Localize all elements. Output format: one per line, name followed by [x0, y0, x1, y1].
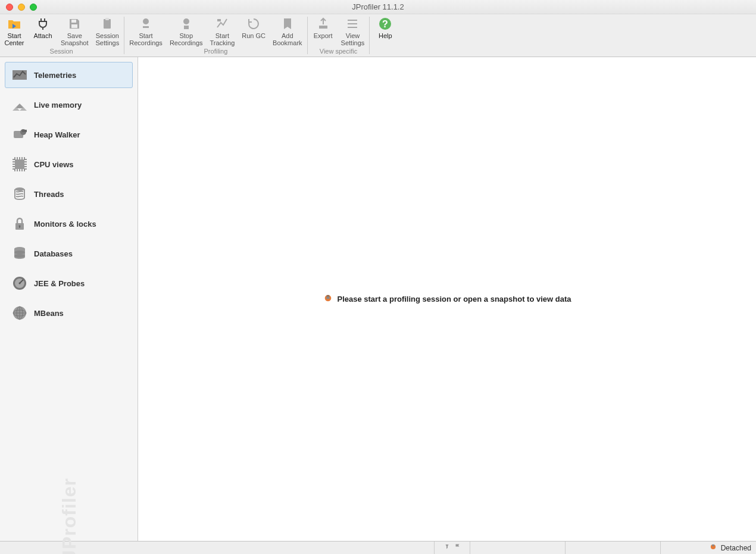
folder-play-icon [7, 17, 21, 31]
toolbar-group-view-specific: ExportView SettingsView specific [309, 14, 368, 57]
toolbar-group-profiling: Start RecordingsStop RecordingsStart Tra… [126, 14, 305, 57]
window-title: JProfiler 11.1.2 [0, 2, 756, 11]
start-center-button[interactable]: Start Center [0, 14, 29, 46]
attach-button[interactable]: Attach [29, 14, 57, 46]
toolbar-group-label: Session [0, 46, 123, 57]
sidebar-item-label: Monitors & locks [34, 220, 96, 229]
sidebar-item-heap-walker[interactable]: Heap Walker [5, 121, 133, 148]
lock-icon [11, 215, 28, 232]
start-recordings-button: Start Recordings [126, 14, 166, 46]
svg-rect-3 [105, 18, 109, 20]
empty-state-message: Please start a profiling session or open… [323, 293, 571, 305]
sidebar-brand: JProfiler [58, 478, 80, 554]
sidebar: TelemetriesLive memoryHeap WalkerCPU vie… [0, 57, 138, 541]
start-tracking-label: Start Tracking [210, 32, 235, 46]
toolbar-group-label: Profiling [126, 46, 305, 57]
telemetries-icon [11, 67, 28, 83]
detached-label: Detached [721, 544, 751, 552]
svg-rect-19 [19, 226, 20, 228]
pin-icon[interactable] [443, 543, 451, 552]
start-center-label: Start Center [4, 32, 24, 46]
add-bookmark-button: Add Bookmark [269, 14, 306, 46]
toolbar-group-label [371, 46, 399, 49]
empty-state-text: Please start a profiling session or open… [338, 295, 571, 303]
plug-icon [36, 17, 50, 31]
toolbar-separator [369, 17, 370, 54]
svg-rect-7 [217, 19, 221, 21]
svg-rect-6 [184, 26, 189, 29]
start-tracking-button: Start Tracking [207, 14, 239, 46]
run-gc-label: Run GC [242, 32, 265, 46]
run-gc-button: Run GC [238, 14, 269, 46]
gc-icon [246, 17, 261, 31]
sidebar-item-monitors-locks[interactable]: Monitors & locks [5, 211, 133, 237]
view-settings-button: View Settings [338, 14, 368, 46]
workspace: TelemetriesLive memoryHeap WalkerCPU vie… [0, 57, 756, 541]
sidebar-item-label: MBeans [34, 309, 64, 318]
toolbar-separator [307, 17, 308, 54]
sidebar-item-label: Threads [34, 190, 64, 199]
svg-point-22 [14, 254, 25, 258]
flag-icon[interactable] [454, 543, 461, 552]
svg-rect-15 [15, 159, 24, 169]
maximize-button[interactable] [30, 4, 37, 11]
status-detached: Detached [661, 542, 756, 554]
threads-icon [11, 186, 28, 202]
sidebar-item-mbeans[interactable]: MBeans [5, 300, 133, 326]
traffic-lights [0, 4, 37, 11]
svg-rect-30 [326, 296, 329, 299]
sidebar-item-cpu-views[interactable]: CPU views [5, 151, 133, 177]
save-snapshot-button: Save Snapshot [57, 14, 92, 46]
close-button[interactable] [6, 4, 13, 11]
save-snapshot-label: Save Snapshot [61, 32, 88, 46]
session-settings-label: Session Settings [95, 32, 119, 46]
svg-rect-32 [712, 544, 714, 546]
svg-point-21 [14, 251, 25, 254]
clipboard-icon [100, 17, 114, 31]
svg-text:?: ? [382, 19, 388, 29]
svg-point-25 [19, 283, 21, 284]
export-button: Export [309, 14, 338, 46]
stop-recordings-button: Stop Recordings [166, 14, 207, 46]
record-start-icon [139, 17, 153, 31]
minimize-button[interactable] [18, 4, 25, 11]
toolbar-separator [124, 17, 124, 54]
bookmark-icon [280, 17, 295, 31]
svg-rect-2 [104, 19, 111, 29]
sidebar-item-label: Live memory [34, 101, 82, 109]
add-bookmark-label: Add Bookmark [273, 32, 302, 46]
globe-icon [11, 305, 28, 321]
help-button[interactable]: ?Help [371, 14, 399, 46]
svg-point-5 [183, 18, 189, 24]
sidebar-item-label: JEE & Probes [34, 279, 85, 288]
tracking-icon [215, 17, 229, 31]
svg-rect-0 [71, 20, 76, 23]
export-icon [316, 17, 330, 31]
cpu-icon [11, 156, 28, 173]
status-segment-4 [566, 542, 661, 554]
view-settings-label: View Settings [341, 32, 365, 46]
svg-rect-8 [319, 26, 327, 29]
status-segment-3 [470, 542, 566, 554]
sidebar-item-jee-probes[interactable]: JEE & Probes [5, 270, 133, 296]
sidebar-item-threads[interactable]: Threads [5, 181, 133, 207]
toolbar-group-session: Start CenterAttachSave SnapshotSession S… [0, 14, 123, 57]
statusbar: Detached [0, 541, 756, 554]
sidebar-item-telemetries[interactable]: Telemetries [5, 62, 133, 88]
sidebar-item-label: Databases [34, 249, 73, 258]
sidebar-item-label: Heap Walker [34, 130, 80, 139]
svg-rect-1 [71, 24, 77, 28]
sidebar-item-label: Telemetries [34, 71, 76, 80]
plug-icon [323, 293, 333, 305]
save-icon [67, 17, 82, 31]
live-memory-icon [11, 96, 28, 113]
svg-rect-14 [22, 130, 27, 132]
list-icon [345, 17, 360, 31]
record-stop-icon [179, 17, 193, 31]
sidebar-item-databases[interactable]: Databases [5, 240, 133, 267]
sidebar-item-label: CPU views [34, 160, 73, 169]
attach-label: Attach [33, 32, 52, 46]
toolbar-group-misc: ?Help [371, 14, 399, 57]
sidebar-item-live-memory[interactable]: Live memory [5, 92, 133, 118]
start-recordings-label: Start Recordings [129, 32, 163, 46]
